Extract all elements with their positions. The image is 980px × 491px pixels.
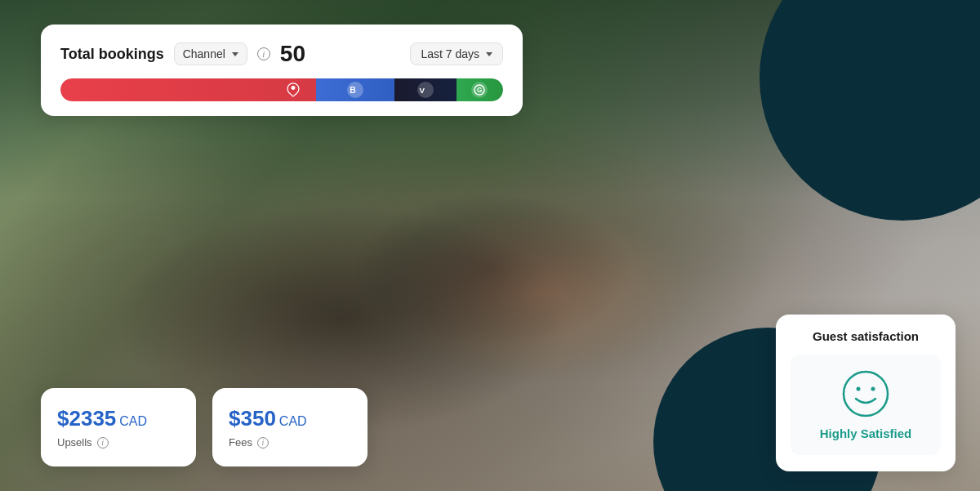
- green-segment: G: [457, 78, 503, 101]
- bookings-title: Total bookings: [60, 46, 164, 63]
- upsells-card: $2335CAD Upsells i: [41, 388, 196, 466]
- svg-point-5: [857, 387, 861, 391]
- channel-dropdown[interactable]: Channel: [174, 42, 247, 65]
- fees-card: $350CAD Fees i: [212, 388, 368, 466]
- fees-amount-value: $350: [229, 406, 276, 431]
- smiley-face-icon: [841, 369, 890, 418]
- channel-progress-bar: B V G: [60, 78, 503, 101]
- upsells-amount: $2335CAD: [57, 406, 180, 431]
- svg-text:V: V: [419, 86, 425, 95]
- svg-point-4: [844, 372, 888, 416]
- days-label: Last 7 days: [421, 47, 479, 60]
- booking-segment: B: [316, 78, 394, 101]
- green-logo: G: [471, 82, 488, 98]
- upsells-label-row: Upsells i: [57, 436, 180, 449]
- fees-currency: CAD: [279, 414, 307, 428]
- bookings-card: Total bookings Channel i 50 Last 7 days …: [41, 25, 523, 116]
- svg-text:B: B: [350, 85, 356, 95]
- upsells-label-text: Upsells: [57, 436, 92, 449]
- svg-text:G: G: [477, 87, 482, 94]
- upsells-amount-value: $2335: [57, 406, 116, 431]
- vrbo-logo: V: [417, 82, 434, 98]
- airbnb-icon: [285, 82, 301, 98]
- days-dropdown[interactable]: Last 7 days: [410, 42, 503, 65]
- days-chevron-icon: [486, 52, 492, 56]
- satisfaction-title: Guest satisfaction: [791, 329, 941, 343]
- fees-label-row: Fees i: [229, 436, 351, 449]
- svg-point-6: [871, 387, 875, 391]
- channel-label: Channel: [183, 47, 225, 60]
- satisfaction-status: Highly Satisfied: [820, 426, 912, 440]
- vrbo-icon: V: [418, 83, 433, 97]
- bookings-header: Total bookings Channel i 50 Last 7 days: [60, 41, 503, 67]
- bookings-info-icon[interactable]: i: [257, 47, 270, 60]
- booking-icon: B: [348, 83, 363, 97]
- upsells-info-icon[interactable]: i: [97, 437, 109, 449]
- green-channel-icon: G: [472, 83, 487, 97]
- channel-chevron-icon: [232, 52, 238, 56]
- bookings-count: 50: [280, 41, 305, 67]
- fees-label-text: Fees: [229, 436, 252, 449]
- upsells-currency: CAD: [119, 414, 147, 428]
- fees-info-icon[interactable]: i: [257, 437, 269, 449]
- airbnb-logo-container: [285, 82, 310, 98]
- airbnb-segment: [60, 78, 316, 101]
- satisfaction-card: Guest satisfaction Highly Satisfied: [776, 315, 956, 471]
- satisfaction-inner: Highly Satisfied: [791, 355, 941, 455]
- fees-amount: $350CAD: [229, 406, 351, 431]
- booking-logo: B: [347, 82, 363, 98]
- vrbo-segment: V: [394, 78, 457, 101]
